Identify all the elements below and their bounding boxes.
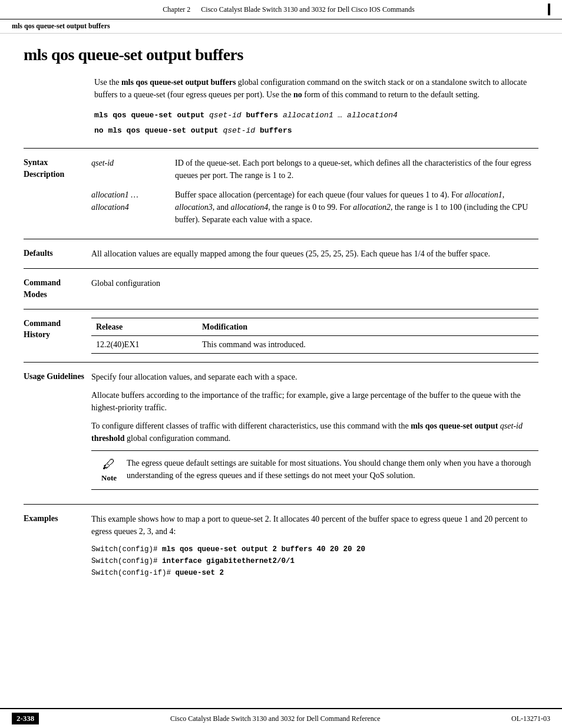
command-history-section: Command History Release Modification 12.…	[24, 309, 538, 362]
command-modes-section: Command Modes Global configuration	[24, 268, 538, 308]
chapter-label: Chapter 2	[163, 5, 190, 14]
intro-paragraph: Use the mls qos queue-set output buffers…	[94, 76, 538, 101]
history-col-release: Release	[91, 318, 197, 335]
code-bold-3: queue-set 2	[176, 569, 224, 577]
defaults-label: Defaults	[24, 248, 91, 259]
examples-content: This example shows how to map a port to …	[91, 513, 538, 584]
breadcrumb: mls qos queue-set output buffers	[0, 19, 562, 34]
usage-guidelines-content: Specify four allocation values, and sepa…	[91, 371, 538, 496]
command-modes-text: Global configuration	[91, 279, 160, 288]
footer-center-text: Cisco Catalyst Blade Switch 3130 and 303…	[170, 714, 381, 723]
history-col-modification: Modification	[197, 318, 538, 335]
usage-guidelines-section: Usage Guidelines Specify four allocation…	[24, 362, 538, 505]
page-content: mls qos queue-set output buffers Use the…	[0, 34, 562, 604]
code-bold-2: interface gigabitethernet2/0/1	[162, 557, 295, 565]
syntax-description-section: Syntax Description qset-id ID of the que…	[24, 148, 538, 239]
code-line-3: Switch(config-if)# queue-set 2	[91, 567, 538, 579]
code-line-2: Switch(config)# interface gigabitetherne…	[91, 555, 538, 567]
command-history-label: Command History	[24, 318, 91, 341]
header-chapter-info: Chapter 2 Cisco Catalyst Blade Switch 31…	[35, 5, 542, 14]
note-box: 🖊 Note The egress queue default settings…	[91, 450, 538, 490]
examples-intro: This example shows how to map a port to …	[91, 513, 538, 538]
examples-section: Examples This example shows how to map a…	[24, 504, 538, 592]
syntax-table: qset-id ID of the queue-set. Each port b…	[91, 157, 538, 230]
usage-para-1: Specify four allocation values, and sepa…	[91, 371, 538, 383]
syntax-description-content: qset-id ID of the queue-set. Each port b…	[91, 157, 538, 230]
syntax-description-label: Syntax Description	[24, 157, 91, 180]
usage-italic-param: qset-id	[500, 421, 523, 430]
code-line-1: Switch(config)# mls qos queue-set output…	[91, 543, 538, 555]
note-label: Note	[101, 472, 117, 484]
history-data-row: 12.2(40)EX1 This command was introduced.	[91, 335, 538, 353]
intro-bold-no: no	[293, 90, 302, 99]
history-release: 12.2(40)EX1	[91, 335, 197, 353]
examples-label: Examples	[24, 513, 91, 525]
footer-page-number: 2-338	[12, 713, 39, 724]
syntax-line-2: no mls qos queue-set output qset-id buff…	[94, 126, 538, 136]
note-icon-area: 🖊 Note	[91, 457, 127, 484]
history-header-row: Release Modification	[91, 318, 538, 335]
syntax-row-qsetid: qset-id ID of the queue-set. Each port b…	[91, 157, 538, 186]
usage-bold-threshold: threshold	[91, 434, 125, 443]
desc-qsetid: ID of the queue-set. Each port belongs t…	[168, 157, 538, 186]
usage-guidelines-label: Usage Guidelines	[24, 371, 91, 383]
examples-code: Switch(config)# mls qos queue-set output…	[91, 543, 538, 579]
header-title: Cisco Catalyst Blade Switch 3130 and 303…	[201, 5, 414, 14]
note-content: The egress queue default settings are su…	[127, 457, 538, 482]
code-bold-1: mls qos queue-set output 2 buffers 40 20…	[162, 545, 365, 554]
note-pencil-icon: 🖊	[103, 458, 115, 471]
note-text: The egress queue default settings are su…	[127, 459, 531, 480]
desc-allocation: Buffer space allocation (percentage) for…	[168, 186, 538, 230]
page-header: Chapter 2 Cisco Catalyst Blade Switch 31…	[0, 0, 562, 19]
intro-bold-command: mls qos queue-set output buffers	[121, 78, 236, 87]
command-modes-label: Command Modes	[24, 277, 91, 300]
term-allocation: allocation1 …allocation4	[91, 186, 168, 230]
syntax-commands: mls qos queue-set output qset-id buffers…	[94, 110, 538, 136]
command-modes-content: Global configuration	[91, 277, 538, 289]
history-table: Release Modification 12.2(40)EX1 This co…	[91, 318, 538, 354]
usage-bold-cmd: mls qos queue-set output	[411, 421, 498, 430]
defaults-text: All allocation values are equally mapped…	[91, 249, 490, 258]
command-history-content: Release Modification 12.2(40)EX1 This co…	[91, 318, 538, 354]
defaults-content: All allocation values are equally mapped…	[91, 248, 538, 260]
usage-para-2: Allocate buffers according to the import…	[91, 389, 538, 414]
page-title: mls qos queue-set output buffers	[24, 45, 538, 64]
history-modification: This command was introduced.	[197, 335, 538, 353]
syntax-line-1: mls qos queue-set output qset-id buffers…	[94, 110, 538, 121]
footer-doc-number: OL-13271-03	[511, 714, 550, 723]
page-footer: 2-338 Cisco Catalyst Blade Switch 3130 a…	[0, 708, 562, 728]
defaults-section: Defaults All allocation values are equal…	[24, 239, 538, 268]
term-qsetid: qset-id	[91, 157, 168, 186]
breadcrumb-text: mls qos queue-set output buffers	[12, 22, 110, 30]
usage-para-3: To configure different classes of traffi…	[91, 420, 538, 444]
syntax-row-allocation: allocation1 …allocation4 Buffer space al…	[91, 186, 538, 230]
header-border	[548, 4, 550, 15]
